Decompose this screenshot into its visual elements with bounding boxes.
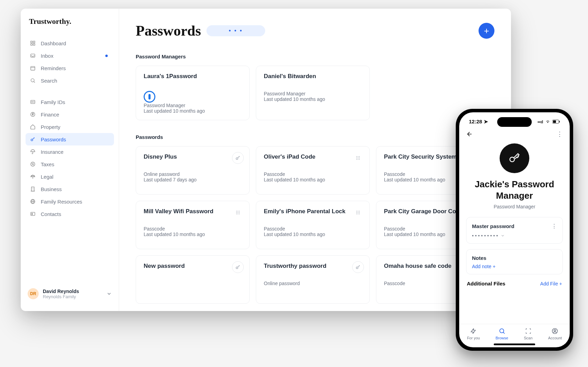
add-button[interactable]: + — [479, 23, 494, 39]
phone-time: 12:28 ➤ — [469, 119, 488, 125]
master-password-card[interactable]: Master password ⋮ • • • • • • • • • — [466, 217, 563, 244]
nav-item-insurance[interactable]: Insurance — [26, 145, 114, 158]
account-switcher[interactable]: DR David Reynolds Reynolds Family — [21, 283, 119, 304]
svg-point-57 — [359, 214, 360, 214]
card-updated: Last updated 10 months ago — [264, 177, 362, 182]
additional-files-label: Additional Files — [467, 281, 505, 286]
nav-label: Insurance — [41, 149, 64, 155]
card-title: Mill Valley Wifi Password — [144, 208, 242, 215]
password-card[interactable]: New password — [136, 255, 250, 304]
tab-icon — [551, 328, 558, 335]
nav-label: Reminders — [41, 65, 66, 71]
nav-label: Inbox — [41, 53, 54, 59]
nav-item-passwords[interactable]: Passwords — [26, 133, 114, 145]
chevron-down-icon — [501, 234, 505, 238]
tab-for-you[interactable]: For you — [467, 328, 480, 340]
svg-point-17 — [32, 163, 32, 163]
nav-label: Contacts — [41, 211, 61, 217]
svg-rect-2 — [31, 44, 32, 45]
password-card[interactable]: Daniel's Bitwarden Password Manager Last… — [256, 66, 370, 120]
grid-icon — [352, 207, 364, 218]
tab-account[interactable]: Account — [548, 328, 562, 340]
tab-scan[interactable]: Scan — [524, 328, 532, 340]
password-card[interactable]: Mill Valley Wifi Password Passcode Last … — [136, 201, 250, 249]
svg-point-44 — [238, 212, 238, 213]
svg-point-32 — [358, 156, 358, 157]
grid-icon — [30, 40, 36, 46]
card-title: Trustworthy password — [264, 263, 362, 270]
svg-point-36 — [359, 158, 360, 158]
unread-dot — [105, 55, 108, 57]
phone-notch — [497, 117, 532, 127]
add-note-link[interactable]: Add note + — [472, 264, 557, 269]
nav-label: Family IDs — [41, 99, 65, 105]
svg-point-30 — [236, 158, 238, 159]
card-title: New password — [144, 263, 242, 270]
nav-item-dashboard[interactable]: Dashboard — [26, 37, 114, 49]
svg-point-59 — [356, 267, 358, 269]
nav-item-reminders[interactable]: Reminders — [26, 62, 114, 74]
svg-point-55 — [356, 214, 357, 214]
master-password-value[interactable]: • • • • • • • • • — [472, 233, 557, 238]
password-card[interactable]: Disney Plus Online password Last updated… — [136, 146, 250, 195]
nav-label: Search — [41, 78, 57, 84]
nav-item-inbox[interactable]: Inbox — [26, 49, 114, 62]
svg-line-8 — [34, 82, 35, 83]
card-icon — [30, 211, 36, 217]
nav-item-search[interactable]: Search — [26, 74, 114, 87]
detail-avatar-icon — [500, 143, 529, 173]
phone-mockup: 12:28 ➤ ••ıl ⋮ Jackie's Password Manager — [456, 109, 573, 351]
nav-item-contacts[interactable]: Contacts — [26, 208, 114, 220]
card-more-icon[interactable]: ⋮ — [551, 223, 557, 229]
nav-label: Property — [41, 124, 60, 130]
card-type: Passcode — [144, 226, 242, 232]
nav-item-business[interactable]: Business — [26, 183, 114, 195]
search-icon — [30, 77, 36, 84]
card-updated: Last updated 10 months ago — [144, 232, 242, 237]
tab-label: Account — [548, 336, 562, 340]
app-window: Trustworthy. DashboardInboxRemindersSear… — [21, 9, 511, 311]
svg-point-33 — [359, 156, 360, 157]
tab-browse[interactable]: Browse — [495, 328, 508, 340]
svg-point-49 — [356, 211, 357, 211]
svg-rect-5 — [31, 66, 35, 70]
building-icon — [30, 186, 36, 192]
password-card[interactable]: Laura's 1Password Password Manager Last … — [136, 66, 250, 120]
svg-point-37 — [356, 159, 357, 160]
page-overflow-button[interactable]: • • • — [206, 25, 265, 36]
nav-label: Finance — [41, 112, 59, 117]
battery-icon — [552, 120, 560, 124]
nav-item-property[interactable]: Property — [26, 121, 114, 133]
card-type: Online password — [144, 171, 242, 177]
dollar-icon — [30, 111, 36, 117]
detail-subtitle: Password Manager — [466, 204, 563, 209]
main-content: Passwords • • • + Password Managers Laur… — [119, 9, 511, 311]
notes-label: Notes — [472, 255, 557, 261]
nav-item-family-ids[interactable]: Family IDs — [26, 96, 114, 108]
nav-item-legal[interactable]: Legal — [26, 170, 114, 183]
card-title: Emily's iPhone Parental Lock — [264, 208, 362, 215]
svg-point-31 — [356, 156, 357, 157]
key-icon — [30, 136, 36, 142]
nav-item-taxes[interactable]: Taxes — [26, 158, 114, 170]
id-icon — [30, 99, 36, 105]
nav-item-finance[interactable]: Finance — [26, 108, 114, 121]
svg-point-65 — [500, 329, 504, 333]
master-password-label: Master password — [472, 223, 514, 229]
detail-title: Jackie's Password Manager — [466, 179, 563, 201]
section-title-passwords: Passwords — [136, 134, 494, 140]
add-file-link[interactable]: Add File + — [540, 281, 562, 286]
globe-icon — [30, 198, 36, 205]
svg-point-47 — [238, 214, 238, 214]
svg-point-54 — [359, 212, 360, 213]
password-card[interactable]: Oliver's iPad Code Passcode Last updated… — [256, 146, 370, 195]
svg-rect-1 — [33, 41, 35, 43]
phone-more-icon[interactable]: ⋮ — [557, 130, 563, 138]
home-icon — [30, 124, 36, 130]
back-button[interactable] — [466, 131, 473, 138]
password-card[interactable]: Trustworthy password Online password — [256, 255, 370, 304]
notes-card[interactable]: Notes Add note + — [466, 249, 563, 274]
password-card[interactable]: Emily's iPhone Parental Lock Passcode La… — [256, 201, 370, 249]
card-type: Password Manager — [264, 91, 362, 96]
nav-item-family-resources[interactable]: Family Resources — [26, 195, 114, 208]
